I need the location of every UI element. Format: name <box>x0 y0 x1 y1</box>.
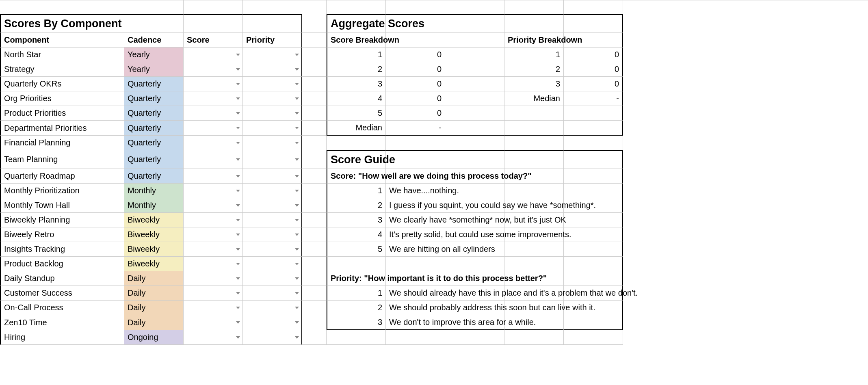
cell[interactable] <box>504 121 564 136</box>
cell[interactable] <box>564 14 623 33</box>
cell[interactable] <box>302 330 327 345</box>
cell[interactable] <box>445 213 504 227</box>
cell[interactable] <box>386 136 445 150</box>
chevron-down-icon[interactable] <box>295 158 299 161</box>
cell[interactable] <box>302 48 327 62</box>
cell[interactable] <box>445 14 504 33</box>
priority-dropdown[interactable] <box>243 315 302 330</box>
component-cell[interactable]: North Star <box>0 48 124 62</box>
cell[interactable] <box>243 14 302 33</box>
cell[interactable] <box>445 169 504 184</box>
cell[interactable] <box>124 0 184 14</box>
cadence-cell[interactable]: Biweekly <box>124 242 184 257</box>
cadence-cell[interactable]: Quarterly <box>124 150 184 169</box>
score-dropdown[interactable] <box>184 62 243 77</box>
cell[interactable] <box>504 106 564 121</box>
cell[interactable] <box>302 184 327 198</box>
cell[interactable] <box>302 91 327 106</box>
cadence-cell[interactable]: Daily <box>124 315 184 330</box>
cell[interactable] <box>386 330 445 345</box>
priority-dropdown[interactable] <box>243 62 302 77</box>
chevron-down-icon[interactable] <box>236 54 240 56</box>
cell[interactable] <box>445 136 504 150</box>
cell[interactable] <box>445 198 504 213</box>
cell[interactable] <box>504 315 564 330</box>
component-cell[interactable]: Insights Tracking <box>0 242 124 257</box>
component-cell[interactable]: Daily Standup <box>0 271 124 286</box>
chevron-down-icon[interactable] <box>295 97 299 100</box>
cell[interactable] <box>564 121 623 136</box>
chevron-down-icon[interactable] <box>295 307 299 309</box>
component-cell[interactable]: Quarterly Roadmap <box>0 169 124 184</box>
priority-dropdown[interactable] <box>243 150 302 169</box>
chevron-down-icon[interactable] <box>236 307 240 309</box>
chevron-down-icon[interactable] <box>236 234 240 236</box>
priority-dropdown[interactable] <box>243 136 302 150</box>
cell[interactable] <box>564 106 623 121</box>
chevron-down-icon[interactable] <box>295 234 299 236</box>
chevron-down-icon[interactable] <box>236 277 240 280</box>
chevron-down-icon[interactable] <box>295 54 299 56</box>
cell[interactable] <box>564 330 623 345</box>
cell[interactable] <box>504 136 564 150</box>
component-cell[interactable]: Hiring <box>0 330 124 345</box>
chevron-down-icon[interactable] <box>295 219 299 221</box>
chevron-down-icon[interactable] <box>295 263 299 265</box>
cell[interactable] <box>386 150 445 169</box>
cell[interactable] <box>445 48 504 62</box>
chevron-down-icon[interactable] <box>236 321 240 324</box>
cadence-cell[interactable]: Quarterly <box>124 77 184 91</box>
priority-dropdown[interactable] <box>243 242 302 257</box>
cell[interactable] <box>386 271 445 286</box>
cell[interactable] <box>504 150 564 169</box>
cell[interactable] <box>564 301 623 315</box>
cell[interactable] <box>445 0 504 14</box>
cell[interactable] <box>302 77 327 91</box>
score-dropdown[interactable] <box>184 315 243 330</box>
score-dropdown[interactable] <box>184 257 243 271</box>
component-cell[interactable]: Zen10 Time <box>0 315 124 330</box>
cell[interactable] <box>386 257 445 271</box>
cadence-cell[interactable]: Quarterly <box>124 136 184 150</box>
cell[interactable] <box>504 271 564 286</box>
chevron-down-icon[interactable] <box>236 112 240 115</box>
cell[interactable] <box>0 0 124 14</box>
cell[interactable] <box>445 286 504 301</box>
chevron-down-icon[interactable] <box>295 321 299 324</box>
cadence-cell[interactable]: Biweekly <box>124 227 184 242</box>
cadence-cell[interactable]: Ongoing <box>124 330 184 345</box>
cadence-cell[interactable]: Quarterly <box>124 121 184 136</box>
cell[interactable] <box>445 330 504 345</box>
chevron-down-icon[interactable] <box>295 190 299 192</box>
chevron-down-icon[interactable] <box>236 336 240 339</box>
cell[interactable] <box>504 286 564 301</box>
cell[interactable] <box>564 136 623 150</box>
chevron-down-icon[interactable] <box>236 83 240 85</box>
chevron-down-icon[interactable] <box>295 68 299 71</box>
score-dropdown[interactable] <box>184 286 243 301</box>
priority-dropdown[interactable] <box>243 198 302 213</box>
cell[interactable] <box>504 169 564 184</box>
chevron-down-icon[interactable] <box>236 142 240 144</box>
chevron-down-icon[interactable] <box>236 97 240 100</box>
cell[interactable] <box>564 33 623 48</box>
cadence-cell[interactable]: Biweekly <box>124 213 184 227</box>
component-cell[interactable]: Team Planning <box>0 150 124 169</box>
priority-dropdown[interactable] <box>243 48 302 62</box>
component-cell[interactable]: Quarterly OKRs <box>0 77 124 91</box>
component-cell[interactable]: Biweely Retro <box>0 227 124 242</box>
priority-dropdown[interactable] <box>243 91 302 106</box>
priority-dropdown[interactable] <box>243 77 302 91</box>
cell[interactable] <box>564 198 623 213</box>
cell[interactable] <box>302 62 327 77</box>
component-cell[interactable]: Monthly Town Hall <box>0 198 124 213</box>
cell[interactable] <box>504 301 564 315</box>
cadence-cell[interactable]: Quarterly <box>124 91 184 106</box>
component-cell[interactable]: Monthly Prioritization <box>0 184 124 198</box>
cell[interactable] <box>445 77 504 91</box>
cell[interactable] <box>445 121 504 136</box>
cell[interactable] <box>504 184 564 198</box>
priority-dropdown[interactable] <box>243 257 302 271</box>
chevron-down-icon[interactable] <box>236 248 240 251</box>
chevron-down-icon[interactable] <box>236 204 240 207</box>
